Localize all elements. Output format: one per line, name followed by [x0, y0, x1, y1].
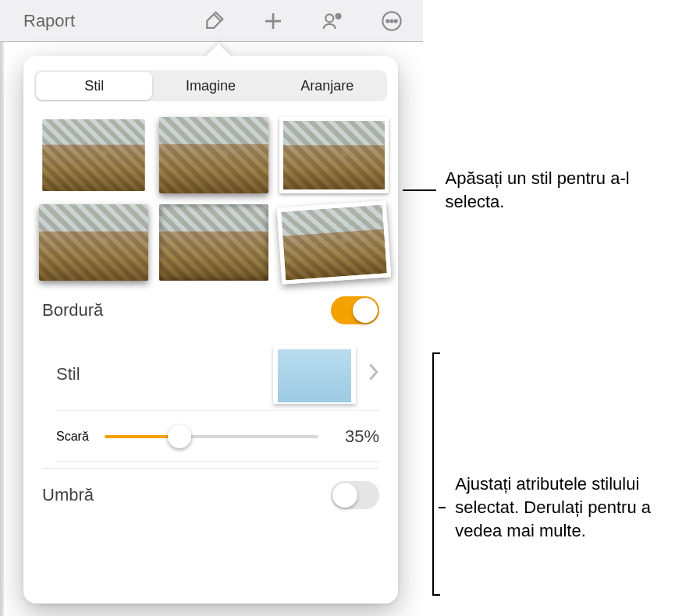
callout-bottom: Ajustați atributele stilului selectat. D…: [455, 473, 675, 543]
style-thumb-1[interactable]: [39, 117, 148, 193]
document-title: Raport: [23, 11, 75, 31]
tab-label: Imagine: [186, 78, 236, 94]
callout-top: Apăsați un stil pentru a-l selecta.: [446, 167, 675, 214]
border-label: Bordură: [42, 300, 103, 320]
shadow-toggle[interactable]: [331, 481, 379, 509]
collaborate-icon[interactable]: [320, 9, 345, 34]
panel-left-edge: [0, 0, 4, 616]
plus-icon[interactable]: [261, 9, 286, 34]
popover-arrow: [204, 44, 233, 58]
svg-point-3: [386, 19, 389, 22]
shadow-row: Umbră: [34, 469, 387, 509]
style-thumb-4[interactable]: [39, 204, 148, 281]
style-thumb-5[interactable]: [159, 204, 268, 281]
border-style-row[interactable]: Stil: [56, 334, 379, 411]
svg-point-5: [395, 19, 397, 22]
scale-row: Scară 35%: [56, 411, 379, 462]
style-thumb-2[interactable]: [159, 117, 268, 193]
format-popover: Stil Imagine Aranjare Bordură Stil: [23, 56, 398, 604]
scale-slider[interactable]: [105, 435, 318, 438]
tab-segmented-control: Stil Imagine Aranjare: [34, 70, 387, 101]
more-icon[interactable]: [379, 9, 404, 34]
style-thumbnails: [34, 115, 387, 284]
border-style-swatch: [273, 345, 356, 404]
tab-label: Stil: [84, 78, 104, 94]
border-row: Bordură: [34, 284, 387, 334]
chevron-right-icon: [367, 362, 379, 387]
border-style-label: Stil: [56, 364, 80, 384]
top-toolbar: Raport: [0, 0, 423, 42]
tab-label: Aranjare: [300, 78, 353, 94]
tab-stil[interactable]: Stil: [36, 72, 152, 100]
svg-point-4: [390, 19, 393, 22]
svg-point-0: [325, 14, 333, 22]
scale-value: 35%: [334, 427, 379, 447]
style-thumb-6[interactable]: [277, 200, 391, 285]
tab-aranjare[interactable]: Aranjare: [269, 72, 385, 100]
scale-label: Scară: [56, 430, 89, 444]
brush-icon[interactable]: [201, 9, 226, 34]
border-subgroup: Stil Scară 35%: [34, 334, 387, 462]
style-thumb-3[interactable]: [279, 117, 389, 193]
callout-line: [403, 189, 436, 191]
tab-imagine[interactable]: Imagine: [152, 72, 268, 100]
border-toggle[interactable]: [331, 296, 379, 324]
callout-line: [439, 507, 446, 508]
shadow-label: Umbră: [42, 485, 94, 505]
